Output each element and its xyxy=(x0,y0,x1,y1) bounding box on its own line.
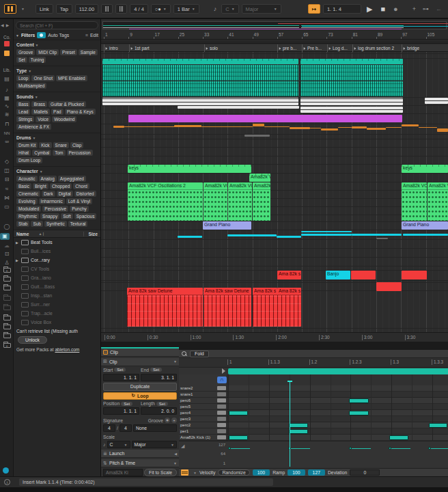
midi-note[interactable] xyxy=(289,429,308,434)
filter-tag[interactable]: Modulated xyxy=(16,206,41,212)
filter-tag[interactable]: Tuning xyxy=(29,57,46,63)
clip-section-header[interactable]: ⊞ Clip ▼ xyxy=(101,358,179,366)
arrangement-clip[interactable] xyxy=(201,126,253,127)
row-chain-chip[interactable] xyxy=(217,423,226,427)
clip-panel-header[interactable]: Clip xyxy=(101,348,179,357)
time-signature-field[interactable]: 4 / 4 xyxy=(130,4,148,14)
arrangement-clip[interactable]: Ama82k V xyxy=(428,182,448,221)
draw-mode-icon[interactable]: ⊶ xyxy=(421,5,431,12)
filter-tag[interactable]: Arpeggiated xyxy=(58,176,86,182)
quantization-menu[interactable]: ○●▼ xyxy=(151,4,171,14)
signature-numerator[interactable]: 4 xyxy=(103,424,115,432)
filter-tag[interactable]: Cymbal xyxy=(32,150,51,156)
filter-tag[interactable]: Basic xyxy=(16,183,31,189)
sounds-icon[interactable]: ♪ xyxy=(0,87,14,94)
arrangement-clip[interactable]: Ama 82k s xyxy=(277,271,301,279)
midi-note[interactable] xyxy=(389,435,408,440)
end-value[interactable]: 3. 1. 1 xyxy=(141,374,177,381)
arrangement-clip[interactable]: Banjo xyxy=(326,271,350,279)
max-for-live-icon[interactable]: NN xyxy=(0,130,14,137)
filters-collapse-icon[interactable]: ▼ xyxy=(16,33,19,38)
preview-headphone-button[interactable]: ∩ xyxy=(217,377,227,383)
filter-tag[interactable]: Punchy xyxy=(70,206,89,212)
arrangement-clip[interactable] xyxy=(178,236,202,238)
collection-orange[interactable] xyxy=(0,51,14,56)
arrangement-clip[interactable] xyxy=(300,98,403,105)
filter-tag[interactable]: MIDI Clip xyxy=(36,49,59,55)
new-midi-track-icon[interactable]: + xyxy=(410,5,418,12)
insert-marker[interactable] xyxy=(290,381,290,467)
drum-row-per1[interactable]: per1 xyxy=(179,428,227,435)
filter-tag[interactable]: Dark xyxy=(42,191,55,197)
filter-tag[interactable]: One Shot xyxy=(31,75,54,81)
arrangement-clip[interactable]: Ama 82k s xyxy=(277,288,301,327)
quantization-value[interactable]: 1 Bar▼ xyxy=(173,4,199,14)
filter-tag[interactable]: Piano & Keys xyxy=(65,109,96,115)
arrangement-clip[interactable]: Ama82k V xyxy=(249,174,270,182)
arrangement-position-display[interactable]: 1. 1. 4 xyxy=(323,4,361,14)
arrangement-clip[interactable] xyxy=(128,115,402,122)
drum-row-perc5[interactable]: perc5 xyxy=(179,404,227,410)
launch-collapse-icon[interactable]: ◀ xyxy=(174,452,177,456)
filter-tag[interactable]: Textural xyxy=(68,221,88,227)
control-surface-icon[interactable] xyxy=(4,4,16,14)
locator-1st-part[interactable]: 1st part xyxy=(129,44,203,52)
clip-section-collapse-icon[interactable]: ▼ xyxy=(173,359,177,364)
scrub-area[interactable] xyxy=(101,40,448,44)
filter-tag[interactable]: Multisampled xyxy=(16,83,46,89)
pack-row[interactable]: Guit....Bass xyxy=(14,282,100,291)
arrangement-clip[interactable] xyxy=(310,128,321,128)
midi-note[interactable] xyxy=(229,435,248,440)
arrangement-clip[interactable] xyxy=(367,128,386,130)
ableton-link[interactable]: ableton.com xyxy=(55,347,79,352)
pitch-time-collapse-icon[interactable]: ▼ xyxy=(173,461,177,465)
locator-bridge[interactable]: bridge xyxy=(402,44,447,52)
length-set-button[interactable]: Set xyxy=(156,402,168,406)
current-project-icon[interactable]: + xyxy=(0,343,14,348)
filter-tag[interactable]: Tom xyxy=(53,150,65,156)
section-collapse-icon[interactable]: ▼ xyxy=(32,136,36,140)
launch-section-header[interactable]: ≣ Launch ◀ xyxy=(101,450,179,458)
arrangement-clip[interactable]: Grand Piano xyxy=(402,221,448,230)
start-value[interactable]: 1. 1. 1 xyxy=(103,374,139,381)
filter-section-title[interactable]: Drums ▼ xyxy=(16,135,98,140)
audio-effects-icon[interactable]: ≋ xyxy=(0,111,14,118)
filter-tag[interactable]: Percussive xyxy=(42,206,68,212)
filter-tag[interactable]: Groove xyxy=(16,49,35,55)
ramp-from-value[interactable]: 100 xyxy=(288,469,305,476)
pitch-time-section-header[interactable]: ⇅ Pitch & Time ▼ xyxy=(101,459,179,467)
arrangement-clip[interactable] xyxy=(102,81,298,96)
time-ruler[interactable]: 0:000:301:001:302:002:303:003:30 xyxy=(101,332,448,342)
locator-log-drum-section-2[interactable]: log drum section 2 xyxy=(352,44,400,52)
drum-row-snare2[interactable]: snare2 xyxy=(179,385,227,392)
arrangement-clip[interactable] xyxy=(300,59,403,64)
row-chain-chip[interactable] xyxy=(217,429,226,433)
velocity-dot[interactable] xyxy=(428,447,431,450)
filter-tag[interactable]: Acoustic xyxy=(16,176,38,182)
arrangement-clip[interactable] xyxy=(386,127,402,128)
waves-icon[interactable]: ≈ xyxy=(0,186,14,193)
arrangement-clip[interactable]: Ama 82k saw Detune xyxy=(204,288,251,327)
edit-tags-button[interactable]: Edit xyxy=(90,33,98,38)
scale-name-selector[interactable]: Major▼ xyxy=(132,441,178,448)
arrangement-clip[interactable] xyxy=(403,234,448,236)
arrangement-clip[interactable] xyxy=(178,106,299,109)
file-list-header[interactable]: Name ▲ | Size xyxy=(14,230,100,238)
arrangement-clip[interactable]: Ama82k VC xyxy=(402,182,427,221)
scale-mode-icon[interactable]: ♪ xyxy=(103,442,106,447)
position-value[interactable]: 1. 1. 1 xyxy=(103,407,139,415)
folder-icon[interactable] xyxy=(0,325,14,329)
back-to-arrangement-icon[interactable]: ← xyxy=(434,5,444,12)
start-set-button[interactable]: Set xyxy=(114,368,126,372)
section-collapse-icon[interactable]: ▼ xyxy=(36,43,39,47)
instruments-icon[interactable]: ∿ xyxy=(0,103,14,110)
filter-tag[interactable]: Lofi & Vinyl xyxy=(66,198,92,204)
pack-row[interactable]: Trap...acle xyxy=(14,309,100,318)
pack-row[interactable]: Gra...iano xyxy=(14,273,100,282)
filter-tag[interactable]: Sample xyxy=(79,49,98,55)
arrangement-clip[interactable] xyxy=(244,135,270,137)
unlock-button[interactable]: Unlock xyxy=(18,336,47,344)
arrangement-clip[interactable] xyxy=(113,126,124,128)
arrangement-clip[interactable]: Ama82k xyxy=(253,182,270,221)
arrangement-clip[interactable] xyxy=(301,231,352,232)
